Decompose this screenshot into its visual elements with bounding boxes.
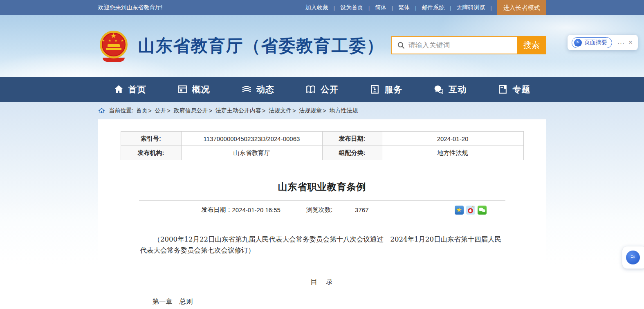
top-link-set-homepage[interactable]: 设为首页: [335, 4, 368, 11]
header-banner: ★ ★ ★ ★ ★ 山东省教育厅（省委教育工委） 搜索: [0, 15, 644, 77]
publisher-value: 山东省教育厅: [181, 146, 322, 160]
breadcrumb-separator: >: [209, 107, 212, 114]
top-links: 加入收藏 | 设为首页 | 简体 | 繁体 | 邮件系统 | 无障碍浏览 | 进…: [300, 0, 546, 15]
nav-item-interaction[interactable]: 互动: [433, 84, 467, 95]
publish-date-label: 发布日期:: [322, 132, 382, 146]
publish-date-meta-value: 2024-01-20 16:55: [232, 206, 280, 213]
news-icon: [241, 84, 252, 95]
search-input[interactable]: [405, 37, 517, 54]
service-icon: [370, 84, 380, 94]
article-meta: 发布日期： 2024-01-20 16:55 浏览次数: 3767: [98, 201, 546, 219]
toc-item-chapter-1: 第一章 总则: [153, 297, 546, 306]
nav-item-home[interactable]: 首页: [114, 84, 146, 95]
breadcrumb-item-disclosure[interactable]: 公开: [155, 107, 166, 114]
search-box: 搜索: [391, 36, 546, 54]
toc-title: 目 录: [98, 277, 546, 287]
wechat-share-icon[interactable]: [478, 206, 487, 215]
nav-item-topics[interactable]: 专题: [498, 84, 530, 95]
content-card: 索引号: 11370000004502323D/2024-00063 发布日期:…: [98, 119, 546, 309]
search-button[interactable]: 搜索: [517, 36, 546, 54]
article-title: 山东省职业教育条例: [98, 181, 546, 193]
interact-icon: [433, 84, 444, 95]
breadcrumb-separator: >: [323, 107, 326, 114]
close-icon[interactable]: ×: [628, 38, 633, 47]
top-link-traditional[interactable]: 繁体: [393, 4, 415, 11]
publish-date-meta-label: 发布日期：: [202, 206, 232, 214]
top-link-add-favorite[interactable]: 加入收藏: [300, 4, 334, 11]
article-paragraph: （2000年12月22日山东省第九届人民代表大会常务委员会第十八次会议通过 20…: [140, 234, 504, 256]
overview-icon: [177, 84, 188, 94]
national-emblem-logo: ★ ★ ★ ★ ★: [98, 31, 129, 62]
elder-mode-button[interactable]: 进入长者模式: [497, 0, 546, 15]
page-summary-widget: 页面摘要 ··· ×: [568, 35, 638, 50]
breadcrumb-prefix: 当前位置:: [109, 107, 134, 114]
breadcrumb-item-gov-info[interactable]: 政府信息公开: [174, 107, 208, 114]
page-summary-button[interactable]: 页面摘要: [572, 37, 612, 48]
site-title: 山东省教育厅（省委教育工委）: [138, 35, 384, 57]
summary-logo-icon: [574, 39, 582, 47]
page-background: 当前位置: 首页 > 公开 > 政府信息公开 > 法定主动公开内容 > 法规文件…: [0, 102, 644, 309]
ai-assistant-float-button[interactable]: [622, 246, 644, 269]
breadcrumb-item-regulations[interactable]: 法规规章: [299, 107, 322, 114]
views-label: 浏览次数:: [306, 206, 332, 214]
top-link-simplified[interactable]: 简体: [370, 4, 392, 11]
index-number-value: 11370000004502323D/2024-00063: [181, 132, 322, 146]
top-bar: 欢迎您来到山东省教育厅! 加入收藏 | 设为首页 | 简体 | 繁体 | 邮件系…: [0, 0, 644, 15]
home-icon: [114, 84, 124, 94]
top-link-mail-system[interactable]: 邮件系统: [416, 4, 450, 11]
breadcrumb-item-home[interactable]: 首页: [136, 107, 147, 114]
breadcrumb-separator: >: [292, 107, 296, 114]
top-separator: |: [490, 5, 491, 11]
publisher-label: 发布机构:: [121, 146, 181, 160]
nav-item-disclosure[interactable]: 公开: [305, 84, 339, 95]
open-book-icon: [305, 84, 316, 95]
breadcrumb-item-local-laws: 地方性法规: [330, 107, 358, 114]
page-summary-label: 页面摘要: [584, 39, 607, 46]
publish-date-value: 2024-01-20: [382, 132, 523, 146]
article-body: （2000年12月22日山东省第九届人民代表大会常务委员会第十八次会议通过 20…: [98, 234, 546, 306]
share-icons: [455, 206, 487, 215]
weibo-share-icon[interactable]: [466, 206, 475, 215]
qzone-share-icon[interactable]: [455, 206, 464, 215]
search-icon: [397, 41, 405, 49]
breadcrumb-separator: >: [148, 107, 151, 114]
more-options-icon[interactable]: ···: [617, 39, 625, 46]
category-label: 组配分类:: [322, 146, 382, 160]
topic-icon: [498, 84, 508, 94]
nav-item-news[interactable]: 动态: [241, 84, 274, 95]
nav-item-overview[interactable]: 概况: [177, 84, 210, 95]
views-value: 3767: [355, 206, 368, 213]
document-info-table: 索引号: 11370000004502323D/2024-00063 发布日期:…: [121, 131, 524, 160]
table-row: 发布机构: 山东省教育厅 组配分类: 地方性法规: [121, 146, 523, 160]
breadcrumb-home-icon[interactable]: [98, 107, 105, 114]
top-link-accessibility[interactable]: 无障碍浏览: [451, 4, 490, 11]
breadcrumb-item-regulation-files[interactable]: 法规文件: [269, 107, 292, 114]
breadcrumb-item-statutory[interactable]: 法定主动公开内容: [215, 107, 261, 114]
nav-item-services[interactable]: 服务: [370, 84, 402, 95]
welcome-text: 欢迎您来到山东省教育厅!: [98, 4, 163, 11]
breadcrumb-separator: >: [262, 107, 265, 114]
main-nav: 首页 概况 动态: [0, 77, 644, 102]
breadcrumb: 当前位置: 首页 > 公开 > 政府信息公开 > 法定主动公开内容 > 法规文件…: [98, 102, 546, 119]
table-row: 索引号: 11370000004502323D/2024-00063 发布日期:…: [121, 132, 523, 146]
breadcrumb-separator: >: [167, 107, 171, 114]
ai-assistant-icon: [626, 251, 640, 264]
index-number-label: 索引号:: [121, 132, 181, 146]
category-value: 地方性法规: [382, 146, 523, 160]
